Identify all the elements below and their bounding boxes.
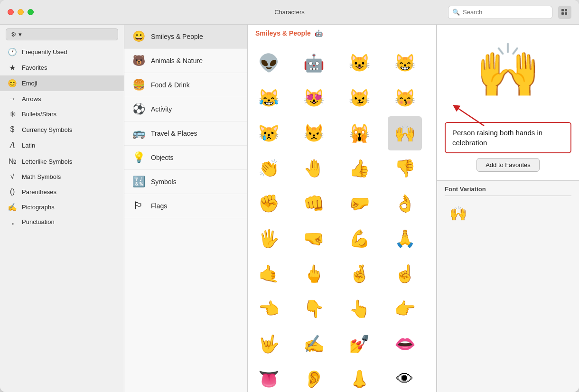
emoji-grid-panel: Smileys & People 🤖 👽 🤖 😺 😸 😹 😻 😼 😽 😿 😾 🙀… — [248, 25, 437, 392]
grid-view-button[interactable] — [558, 6, 571, 19]
category-food-drink[interactable]: 🍔 Food & Drink — [124, 73, 247, 97]
settings-label: ▾ — [19, 31, 22, 38]
category-travel-places[interactable]: 🚌 Travel & Places — [124, 121, 247, 146]
search-input[interactable] — [463, 9, 548, 16]
emoji-cell[interactable]: 👍 — [343, 151, 377, 186]
smiley-icon: 😊 — [8, 79, 17, 88]
emoji-cell[interactable]: 🙀 — [343, 116, 377, 150]
category-label-food: Food & Drink — [151, 81, 190, 89]
sidebar-label-math: Math Symbols — [22, 173, 61, 180]
flags-icon: 🏳 — [132, 200, 145, 212]
emoji-cell[interactable]: 💪 — [343, 222, 377, 256]
search-bar[interactable]: 🔍 — [448, 6, 552, 19]
emoji-cell[interactable]: 🖐 — [252, 222, 286, 256]
sidebar-item-emoji[interactable]: 😊 Emoji — [0, 75, 124, 91]
emoji-cell[interactable]: 👌 — [388, 187, 422, 221]
settings-button[interactable]: ⚙ ▾ — [6, 28, 118, 40]
emoji-cell[interactable]: 👆 — [343, 292, 377, 326]
sidebar-label-pictographs: Pictographs — [22, 204, 55, 211]
detail-panel: 🙌 Person raising both hands in celebrati… — [437, 25, 579, 392]
emoji-cell[interactable]: 😽 — [388, 81, 422, 115]
titlebar-right: 🔍 — [448, 6, 571, 19]
emoji-cell[interactable]: 👊 — [297, 187, 331, 221]
emoji-cell[interactable]: 😼 — [343, 81, 377, 115]
emoji-cell[interactable]: 👉 — [388, 292, 422, 326]
close-button[interactable] — [8, 9, 14, 15]
emoji-description: Person raising both hands in celebration — [452, 129, 542, 147]
emoji-cell[interactable]: 🤜 — [297, 222, 331, 256]
selected-emoji-large: 🙌 — [476, 44, 541, 96]
sidebar-label-latin: Latin — [22, 142, 35, 149]
category-label-activity: Activity — [151, 105, 172, 113]
emoji-cell[interactable]: 👏 — [252, 151, 286, 186]
food-icon: 🍔 — [132, 79, 145, 91]
emoji-cell[interactable]: 👃 — [343, 362, 377, 392]
emoji-cell[interactable]: 👽 — [252, 46, 286, 80]
sidebar-item-currency[interactable]: $ Currency Symbols — [0, 122, 124, 137]
category-label-smileys: Smileys & People — [151, 33, 203, 40]
emoji-cell[interactable]: 🤟 — [252, 327, 286, 361]
sidebar-item-letterlike[interactable]: № Letterlike Symbols — [0, 154, 124, 169]
emoji-cell[interactable]: 😺 — [343, 46, 377, 80]
traffic-lights — [8, 9, 34, 15]
emoji-cell-selected[interactable]: 🙌 — [388, 116, 422, 150]
maximize-button[interactable] — [28, 9, 34, 15]
sidebar-item-favorites[interactable]: ★ Favorites — [0, 60, 124, 75]
font-variation-cell[interactable]: 🙌 — [445, 200, 471, 226]
emoji-cell[interactable]: ✊ — [252, 187, 286, 221]
sidebar-label-favorites: Favorites — [22, 64, 47, 71]
svg-rect-2 — [561, 12, 564, 15]
emoji-cell[interactable]: ✍ — [297, 327, 331, 361]
category-symbols[interactable]: 🔣 Symbols — [124, 170, 247, 194]
symbols-icon: 🔣 — [132, 176, 145, 188]
sidebar-item-frequently-used[interactable]: 🕐 Frequently Used — [0, 44, 124, 60]
add-to-favorites-button[interactable]: Add to Favorites — [476, 158, 540, 172]
category-objects[interactable]: 💡 Objects — [124, 146, 247, 170]
category-activity[interactable]: ⚽ Activity — [124, 97, 247, 121]
titlebar: Characters 🔍 — [0, 0, 579, 25]
emoji-cell[interactable]: 🤛 — [343, 187, 377, 221]
emoji-cell[interactable]: 🤞 — [343, 257, 377, 291]
category-flags[interactable]: 🏳 Flags — [124, 194, 247, 218]
emoji-header-icon: 🤖 — [315, 29, 323, 37]
emoji-cell[interactable]: 😸 — [388, 46, 422, 80]
emoji-cell[interactable]: 🖕 — [297, 257, 331, 291]
sidebar-item-punctuation[interactable]: ,, Punctuation — [0, 215, 124, 229]
emoji-cell[interactable]: 👁 — [388, 362, 422, 392]
emoji-cell[interactable]: 👂 — [297, 362, 331, 392]
arrow-icon: → — [8, 94, 17, 103]
font-variation-title: Font Variation — [445, 186, 571, 196]
emoji-cell[interactable]: 🤚 — [297, 151, 331, 186]
search-icon: 🔍 — [452, 9, 460, 16]
emoji-cell[interactable]: 👄 — [388, 327, 422, 361]
emoji-cell[interactable]: 😿 — [252, 116, 286, 150]
sidebar-item-math[interactable]: √ Math Symbols — [0, 169, 124, 184]
emoji-cell[interactable]: 👈 — [252, 292, 286, 326]
sidebar-item-parentheses[interactable]: () Parentheses — [0, 184, 124, 199]
emoji-cell[interactable]: 😹 — [252, 81, 286, 115]
category-smileys-people[interactable]: 😀 Smileys & People — [124, 25, 247, 49]
minimize-button[interactable] — [18, 9, 24, 15]
category-animals-nature[interactable]: 🐻 Animals & Nature — [124, 49, 247, 73]
emoji-cell[interactable]: 👎 — [388, 151, 422, 186]
emoji-cell[interactable]: 👇 — [297, 292, 331, 326]
letterlike-icon: № — [8, 157, 17, 166]
gear-icon: ⚙ — [11, 31, 17, 38]
emoji-header-label: Smileys & People — [255, 29, 311, 37]
sidebar-item-latin[interactable]: A Latin — [0, 137, 124, 154]
sidebar-item-bullets-stars[interactable]: ✳ Bullets/Stars — [0, 106, 124, 122]
emoji-cell[interactable]: 🙏 — [388, 222, 422, 256]
window-title: Characters — [274, 9, 305, 16]
emoji-cell[interactable]: 💅 — [343, 327, 377, 361]
emoji-cell[interactable]: 🤖 — [297, 46, 331, 80]
emoji-cell[interactable]: 😾 — [297, 116, 331, 150]
smileys-icon: 😀 — [132, 30, 145, 43]
category-label-symbols: Symbols — [151, 178, 177, 186]
sidebar-item-arrows[interactable]: → Arrows — [0, 91, 124, 106]
emoji-cell[interactable]: 🤙 — [252, 257, 286, 291]
sidebar-item-pictographs[interactable]: ✍ Pictographs — [0, 199, 124, 215]
emoji-cell[interactable]: 😻 — [297, 81, 331, 115]
emoji-cell[interactable]: 👅 — [252, 362, 286, 392]
emoji-cell[interactable]: ☝ — [388, 257, 422, 291]
asterisk-icon: ✳ — [8, 110, 17, 119]
